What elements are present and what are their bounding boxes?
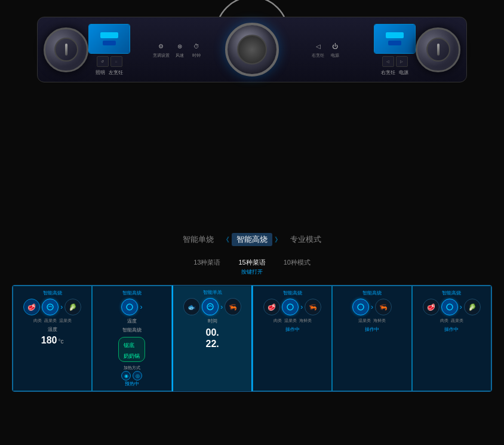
card-5[interactable]: 智能高烧 › 🦐 温菜类 海鲜类 操作中 [332,286,411,391]
tab-high-active-wrapper: 《 智能高烧 》 [223,233,281,246]
card-6-icon-3: 🥬 [464,299,481,315]
card-3-timer2: 22. [205,339,219,350]
right-screen[interactable] [374,24,416,54]
grid-icon: :: [115,60,117,63]
undo-icon: ↺ [101,59,104,63]
stat-3: 10种模式 [284,258,311,276]
settings-icon: ⚙ [158,43,164,50]
label-power: 电源 [331,53,339,59]
svg-point-3 [127,304,133,310]
stats-row: 13种菜语 15种菜语 按键打开 10种模式 [12,258,492,276]
ctrl-btn-1[interactable]: ↺ [97,56,109,67]
right-btn-label-2: 电源 [399,69,408,76]
left-knob-inner [54,38,78,62]
card-3-icons: 🐟 › 🦐 [183,298,241,315]
card-2-arrow: › [140,303,142,311]
card-4-lbl-3: 海鲜类 [299,318,312,324]
ctrl-btn-4[interactable]: ▷ [396,56,408,67]
card-4-arrow: › [300,303,303,311]
right-panel-controls: ◁ ▷ 右烹饪 电源 [374,24,416,76]
right-btn-label-1: 右烹饪 [381,69,395,76]
card-1-bottom: 温度 [48,326,57,333]
card-3-title: 智能羊羔 [202,289,222,296]
card-6-status: 操作中 [444,326,459,333]
card-5-title: 智能高烧 [362,290,382,296]
card-4-icon-3: 🦐 [305,299,321,315]
card-6-title: 智能高烧 [442,290,461,296]
card-3-icon-3: 🦐 [225,298,241,315]
card-1-labels: 肉类 蔬菜类 温菜类 [33,318,72,324]
left-cook-icon: ◁ [316,43,321,50]
card-4-icon-1: 🥩 [263,299,280,315]
card-5-status: 操作中 [365,326,379,333]
right-arrow-icon: ▷ [400,59,403,63]
card-3[interactable]: 智能羊羔 🐟 › 🦐 时间 00. 22. [172,285,253,392]
card-6[interactable]: 智能高烧 🥩 › 🥬 肉类 蔬菜类 操作中 [412,286,491,391]
left-button-row: ↺ :: [97,56,122,67]
left-screen[interactable] [88,24,130,54]
card-1-temp: 180 [41,335,57,346]
center-knob[interactable] [225,23,279,76]
right-knob-line [437,44,440,56]
svg-point-5 [287,304,293,310]
card-6-icon-1: 🥩 [423,299,440,315]
card-1-icons: 🥩 › 🥬 [23,299,81,315]
icon-btn-4[interactable]: ◁ [312,41,325,51]
card-4-icons: 🥩 › 🦐 [263,299,321,315]
panel-btn-group-3: ⏱ 时钟 [190,41,203,59]
svg-point-6 [358,304,364,310]
panel-btn-group-5: ⏻ 电源 [328,41,342,59]
fan-icon: ⊛ [177,43,182,50]
card-2-heat-icons: ◉ ◎ [121,371,142,380]
icon-btn-1[interactable]: ⚙ [155,41,168,51]
icon-btn-2[interactable]: ⊛ [173,41,186,51]
btn-label-2: 左烹饪 [109,69,123,76]
tab-pro[interactable]: 专业模式 [290,234,321,245]
card-4[interactable]: 智能高烧 🥩 › 🦐 肉类 温菜类 海鲜类 操作中 [253,286,332,391]
card-2-detail: 锯底 奶奶锅 加热方式 ◉ ◎ 预热中 [95,336,168,387]
card-5-labels: 温菜类 海鲜类 [358,318,386,324]
ctrl-btn-2[interactable]: :: [110,56,122,67]
card-2-sublabel: 智能高烧 [122,327,142,333]
center-knob-inner [237,35,267,65]
card-6-lbl-2: 蔬菜类 [451,318,463,324]
card-1-temp-unit: °c [59,338,64,345]
icon-btn-3[interactable]: ⏱ [190,41,203,51]
stat-1: 13种菜语 [193,258,220,276]
card-2-title: 智能高烧 [122,290,142,296]
panel-middle: ⚙ 烹调设置 ⊛ 风速 ⏱ 时钟 [130,41,225,59]
heat-icon-1: ◉ [121,371,131,380]
card-1-title: 智能高烧 [43,290,62,296]
card-3-timer1: 00. [205,327,219,338]
ctrl-btn-3[interactable]: ◁ [382,56,394,67]
mode-tabs: 智能单烧 《 智能高烧 》 专业模式 [12,233,492,246]
arrow-left: 《 [223,235,229,244]
card-1-lbl-3: 温菜类 [59,318,72,324]
tab-single[interactable]: 智能单烧 [183,234,214,245]
label-clock: 时钟 [192,53,201,59]
stat-2: 15种菜语 按键打开 [238,258,265,276]
card-1[interactable]: 智能高烧 🥩 › 🥬 肉类 蔬菜类 温菜类 温度 180 °c [13,286,92,391]
left-knob[interactable] [44,27,88,72]
card-4-lbl-1: 肉类 [273,318,282,324]
left-arrow-icon: ◁ [386,59,389,63]
card-4-status: 操作中 [285,326,300,333]
right-knob[interactable] [416,27,460,72]
icon-btn-5[interactable]: ⏻ [328,41,342,51]
left-screen-inner [89,24,130,53]
card-1-icon-meat: 🥩 [23,299,40,315]
tab-high-active[interactable]: 智能高烧 [232,233,272,246]
svg-point-4 [207,303,213,309]
btn-label-1: 照明 [96,69,105,76]
card-5-icon-2: 🦐 [375,299,392,315]
right-knob-inner [426,38,450,62]
card-2-mode: 锯底 奶奶锅 [124,342,140,359]
card-2[interactable]: 智能高烧 › 温度 智能高烧 锯底 奶奶锅 加热方式 ◉ ◎ [92,286,171,391]
panel-btn-group-2: ⊛ 风速 [173,41,186,59]
card-3-icon-1: 🐟 [183,298,200,315]
cards-container: 智能高烧 🥩 › 🥬 肉类 蔬菜类 温菜类 温度 180 °c [12,285,492,392]
card-6-icons: 🥩 › 🥬 [423,299,481,315]
heat-icon-2: ◎ [133,371,142,380]
label-settings: 烹调设置 [153,53,170,59]
panel-btn-group-4: ◁ 右烹饪 [312,41,325,59]
